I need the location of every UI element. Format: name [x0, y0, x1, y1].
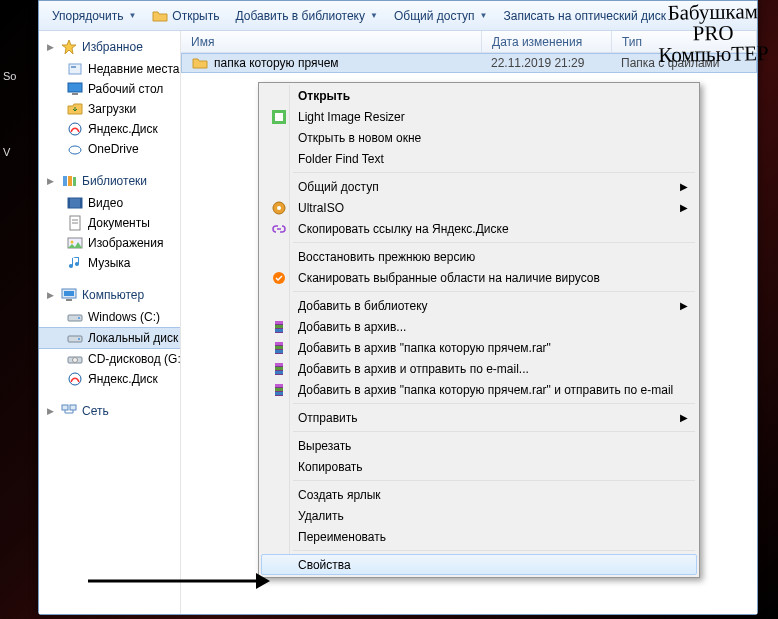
music-icon — [67, 255, 83, 271]
column-type[interactable]: Тип — [612, 31, 757, 52]
svg-rect-8 — [68, 176, 72, 186]
cd-icon — [67, 351, 83, 367]
avast-icon — [266, 270, 292, 286]
nav-group-network[interactable]: ▶Сеть — [39, 399, 180, 423]
nav-group-libraries[interactable]: ▶Библиотеки — [39, 169, 180, 193]
nav-item[interactable]: CD-дисковод (G:) — [39, 349, 180, 369]
context-menu-item[interactable]: UltraISO▶ — [261, 197, 697, 218]
context-menu-item[interactable]: Вырезать — [261, 435, 697, 456]
nav-item[interactable]: Загрузки — [39, 99, 180, 119]
add-to-library-button[interactable]: Добавить в библиотеку▼ — [228, 6, 384, 26]
yadisk-icon — [67, 121, 83, 137]
svg-rect-2 — [71, 66, 76, 68]
downloads-icon — [67, 101, 83, 117]
organize-button[interactable]: Упорядочить▼ — [45, 6, 143, 26]
svg-rect-12 — [80, 198, 82, 208]
rar-icon — [266, 319, 292, 335]
nav-group-computer[interactable]: ▶Компьютер — [39, 283, 180, 307]
svg-rect-1 — [69, 64, 81, 74]
context-menu-item[interactable]: Скопировать ссылку на Яндекс.Диске — [261, 218, 697, 239]
svg-rect-4 — [72, 93, 78, 95]
nav-item[interactable]: Недавние места — [39, 59, 180, 79]
svg-rect-28 — [62, 405, 68, 410]
svg-rect-3 — [68, 83, 82, 92]
computer-icon — [61, 287, 77, 303]
file-row[interactable]: папка которую прячем22.11.2019 21:29Папк… — [181, 53, 757, 73]
nav-item[interactable]: Музыка — [39, 253, 180, 273]
share-button[interactable]: Общий доступ▼ — [387, 6, 495, 26]
svg-point-17 — [71, 241, 74, 244]
context-menu-item[interactable]: Добавить в архив "папка которую прячем.r… — [261, 379, 697, 400]
nav-item[interactable]: Яндекс.Диск — [39, 119, 180, 139]
svg-rect-46 — [275, 371, 283, 374]
nav-item[interactable]: Видео — [39, 193, 180, 213]
svg-point-26 — [73, 358, 78, 363]
nav-group-star[interactable]: ▶Избранное — [39, 35, 180, 59]
chevron-down-icon: ▼ — [480, 11, 488, 20]
navigation-pane[interactable]: ▶ИзбранноеНедавние местаРабочий столЗагр… — [39, 31, 181, 614]
burn-button[interactable]: Записать на оптический диск — [496, 6, 673, 26]
context-menu-item[interactable]: Переименовать — [261, 526, 697, 547]
svg-rect-38 — [275, 329, 283, 332]
pictures-icon — [67, 235, 83, 251]
context-menu-item[interactable]: Открыть в новом окне — [261, 127, 697, 148]
svg-rect-29 — [70, 405, 76, 410]
nav-item[interactable]: Локальный диск — [39, 327, 180, 349]
context-menu-item[interactable]: Восстановить прежнюю версию — [261, 246, 697, 267]
context-menu-item[interactable]: Folder Find Text — [261, 148, 697, 169]
context-menu-item[interactable]: Отправить▶ — [261, 407, 697, 428]
context-menu-item[interactable]: Light Image Resizer — [261, 106, 697, 127]
nav-item[interactable]: OneDrive — [39, 139, 180, 159]
context-menu-item[interactable]: Свойства — [261, 554, 697, 575]
drive-icon — [67, 330, 83, 346]
context-menu-item[interactable]: Копировать — [261, 456, 697, 477]
context-menu-item[interactable]: Добавить в архив... — [261, 316, 697, 337]
expand-icon: ▶ — [47, 406, 56, 416]
nav-item[interactable]: Документы — [39, 213, 180, 233]
svg-rect-11 — [68, 198, 70, 208]
context-menu-item[interactable]: Добавить в библиотеку▶ — [261, 295, 697, 316]
expand-icon: ▶ — [47, 290, 56, 300]
column-headers[interactable]: Имя Дата изменения Тип — [181, 31, 757, 53]
column-name[interactable]: Имя — [181, 31, 482, 52]
context-menu-item[interactable]: Добавить в архив и отправить по e-mail..… — [261, 358, 697, 379]
lir-icon — [266, 109, 292, 125]
nav-item[interactable]: Изображения — [39, 233, 180, 253]
desktop-icon-label: V — [3, 146, 10, 158]
svg-rect-50 — [275, 392, 283, 395]
svg-rect-9 — [73, 177, 76, 186]
open-button[interactable]: Открыть — [145, 5, 226, 27]
nav-item[interactable]: Рабочий стол — [39, 79, 180, 99]
context-menu-separator — [293, 172, 695, 173]
rar-icon — [266, 361, 292, 377]
svg-rect-37 — [275, 325, 283, 328]
submenu-arrow-icon: ▶ — [680, 181, 688, 192]
nav-item[interactable]: Windows (C:) — [39, 307, 180, 327]
submenu-arrow-icon: ▶ — [680, 300, 688, 311]
context-menu-item[interactable]: Создать ярлык — [261, 484, 697, 505]
expand-icon: ▶ — [47, 42, 56, 52]
context-menu-separator — [293, 431, 695, 432]
context-menu-item[interactable]: Общий доступ▶ — [261, 176, 697, 197]
svg-rect-40 — [275, 342, 283, 345]
nav-item[interactable]: Яндекс.Диск — [39, 369, 180, 389]
submenu-arrow-icon: ▶ — [680, 202, 688, 213]
context-menu-separator — [293, 550, 695, 551]
chevron-down-icon: ▼ — [128, 11, 136, 20]
submenu-arrow-icon: ▶ — [680, 412, 688, 423]
folder-icon — [192, 55, 208, 71]
svg-rect-20 — [66, 299, 72, 301]
svg-rect-42 — [275, 350, 283, 353]
column-date[interactable]: Дата изменения — [482, 31, 612, 52]
recent-icon — [67, 61, 83, 77]
context-menu-separator — [293, 480, 695, 481]
svg-rect-48 — [275, 384, 283, 387]
star-icon — [61, 39, 77, 55]
svg-rect-41 — [275, 346, 283, 349]
svg-rect-19 — [64, 291, 74, 296]
context-menu-item[interactable]: Добавить в архив "папка которую прячем.r… — [261, 337, 697, 358]
context-menu-item[interactable]: Удалить — [261, 505, 697, 526]
context-menu-item[interactable]: Сканировать выбранные области на наличие… — [261, 267, 697, 288]
svg-rect-45 — [275, 367, 283, 370]
context-menu-item[interactable]: Открыть — [261, 85, 697, 106]
